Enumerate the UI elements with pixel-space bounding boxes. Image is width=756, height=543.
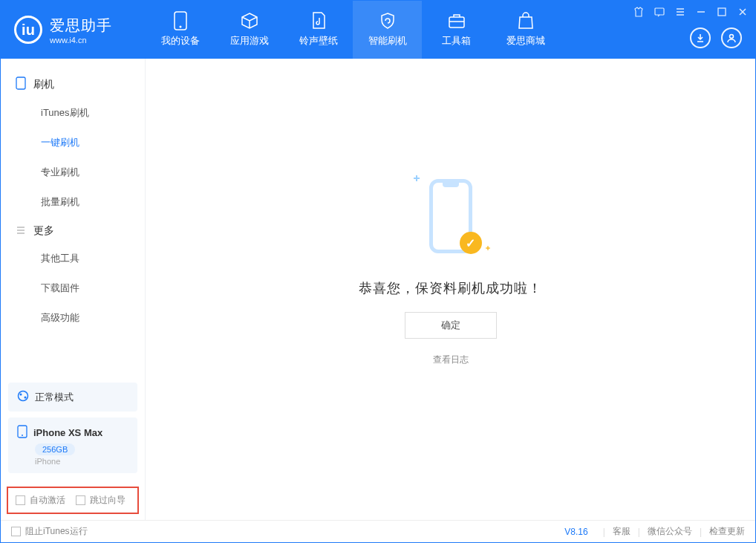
tab-toolbox[interactable]: 工具箱 xyxy=(422,1,491,59)
footer-right: V8.16 | 客服 | 微信公众号 | 检查更新 xyxy=(564,525,745,538)
separator: | xyxy=(603,527,605,537)
version-label: V8.16 xyxy=(564,527,587,537)
sidebar-item-itunes-flash[interactable]: iTunes刷机 xyxy=(1,98,145,128)
close-button[interactable] xyxy=(736,5,749,19)
sidebar-group-more: 更多 xyxy=(1,217,145,244)
tab-label: 铃声壁纸 xyxy=(299,34,338,48)
device-icon xyxy=(16,77,26,92)
tab-label: 爱思商城 xyxy=(506,34,545,48)
checkbox-icon xyxy=(76,495,85,505)
svg-point-8 xyxy=(20,394,22,396)
device-row[interactable]: iPhone XS Max 256GB iPhone xyxy=(8,417,137,473)
footer-link-update[interactable]: 检查更新 xyxy=(709,525,745,538)
device-name-row: iPhone XS Max xyxy=(17,425,128,440)
svg-rect-2 xyxy=(449,17,464,27)
device-box: 正常模式 iPhone XS Max 256GB iPhone xyxy=(8,383,137,473)
device-name: iPhone XS Max xyxy=(33,427,102,438)
tab-label: 工具箱 xyxy=(442,34,471,48)
sidebar-item-advanced[interactable]: 高级功能 xyxy=(1,303,145,333)
header-right xyxy=(690,27,742,48)
sidebar-item-download-firmware[interactable]: 下载固件 xyxy=(1,273,145,303)
svg-rect-6 xyxy=(16,77,25,89)
phone-small-icon xyxy=(17,425,27,440)
maximize-button[interactable] xyxy=(715,5,729,19)
sparkle-icon xyxy=(414,175,420,181)
tab-label: 智能刷机 xyxy=(368,34,407,48)
mode-row[interactable]: 正常模式 xyxy=(8,383,137,412)
tab-apps-games[interactable]: 应用游戏 xyxy=(215,1,284,59)
checkbox-label: 阻止iTunes运行 xyxy=(25,525,88,538)
footer: 阻止iTunes运行 V8.16 | 客服 | 微信公众号 | 检查更新 xyxy=(1,520,755,542)
music-file-icon xyxy=(310,12,328,30)
body: 刷机 iTunes刷机 一键刷机 专业刷机 批量刷机 更多 其他工具 下载固件 … xyxy=(1,59,755,520)
view-log-link[interactable]: 查看日志 xyxy=(433,354,469,366)
app-subtitle: www.i4.cn xyxy=(50,36,112,45)
checkbox-block-itunes[interactable]: 阻止iTunes运行 xyxy=(11,525,88,538)
svg-point-5 xyxy=(730,35,734,39)
svg-rect-3 xyxy=(655,8,664,15)
shopping-bag-icon xyxy=(517,12,535,30)
logo-icon: iu xyxy=(14,16,42,44)
tab-label: 我的设备 xyxy=(161,34,200,48)
footer-link-wechat[interactable]: 微信公众号 xyxy=(648,525,692,538)
cube-icon xyxy=(241,12,258,30)
phone-icon xyxy=(172,12,189,30)
tab-smart-flash[interactable]: 智能刷机 xyxy=(353,1,422,59)
success-message: 恭喜您，保资料刷机成功啦！ xyxy=(359,279,542,297)
checkbox-label: 自动激活 xyxy=(30,494,65,507)
svg-point-7 xyxy=(19,391,28,401)
minimize-button[interactable] xyxy=(694,5,708,19)
checkmark-badge-icon: ✓ xyxy=(460,232,482,254)
checkbox-skip-guide[interactable]: 跳过向导 xyxy=(76,494,126,507)
group-title: 刷机 xyxy=(33,78,54,91)
mode-label: 正常模式 xyxy=(35,391,74,404)
separator: | xyxy=(700,527,702,537)
tab-label: 应用游戏 xyxy=(230,34,269,48)
success-illustration: ✓ xyxy=(414,168,488,264)
highlighted-checkbox-row: 自动激活 跳过向导 xyxy=(7,487,139,514)
sparkle-icon xyxy=(486,246,490,250)
svg-point-9 xyxy=(25,397,27,399)
sidebar-item-pro-flash[interactable]: 专业刷机 xyxy=(1,157,145,187)
sidebar-item-oneclick-flash[interactable]: 一键刷机 xyxy=(1,128,145,157)
tab-my-device[interactable]: 我的设备 xyxy=(146,1,215,59)
window-controls xyxy=(632,5,749,19)
feedback-icon[interactable] xyxy=(653,5,666,19)
svg-point-1 xyxy=(179,26,181,28)
group-title: 更多 xyxy=(33,224,54,238)
sidebar-group-flash: 刷机 xyxy=(1,69,145,98)
device-capacity: 256GB xyxy=(35,443,75,455)
skin-icon[interactable] xyxy=(632,5,645,19)
app-title: 爱思助手 xyxy=(50,16,112,36)
mode-icon xyxy=(17,390,29,404)
ok-button[interactable]: 确定 xyxy=(405,312,497,339)
checkbox-icon xyxy=(11,527,21,536)
checkbox-icon xyxy=(16,495,25,505)
header: iu 爱思助手 www.i4.cn 我的设备 应用游戏 铃声壁纸 智能刷机 工具… xyxy=(1,1,755,59)
checkbox-label: 跳过向导 xyxy=(90,494,126,507)
user-icon[interactable] xyxy=(721,27,742,48)
footer-link-support[interactable]: 客服 xyxy=(613,525,630,538)
tab-ringtones-wallpapers[interactable]: 铃声壁纸 xyxy=(284,1,353,59)
sidebar: 刷机 iTunes刷机 一键刷机 专业刷机 批量刷机 更多 其他工具 下载固件 … xyxy=(1,59,146,520)
logo-area: iu 爱思助手 www.i4.cn xyxy=(1,1,146,59)
tab-store[interactable]: 爱思商城 xyxy=(491,1,560,59)
sidebar-item-batch-flash[interactable]: 批量刷机 xyxy=(1,187,145,217)
toolbox-icon xyxy=(448,12,466,30)
separator: | xyxy=(638,527,640,537)
svg-point-11 xyxy=(22,435,23,436)
logo-text: 爱思助手 www.i4.cn xyxy=(50,16,112,45)
menu-icon[interactable] xyxy=(674,5,687,19)
svg-rect-4 xyxy=(718,8,726,16)
sidebar-item-other-tools[interactable]: 其他工具 xyxy=(1,244,145,273)
checkbox-auto-activate[interactable]: 自动激活 xyxy=(16,494,65,507)
shield-refresh-icon xyxy=(379,12,397,30)
device-type: iPhone xyxy=(35,457,128,466)
main-content: ✓ 恭喜您，保资料刷机成功啦！ 确定 查看日志 xyxy=(146,59,755,520)
list-icon xyxy=(16,225,26,238)
download-icon[interactable] xyxy=(690,27,711,48)
